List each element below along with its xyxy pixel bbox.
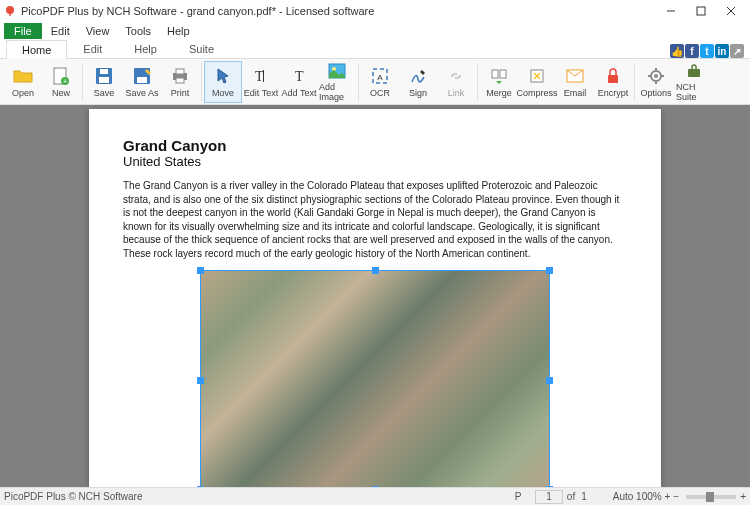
link-button[interactable]: Link (437, 61, 475, 103)
add-text-icon: T (289, 66, 309, 86)
link-icon (446, 66, 466, 86)
resize-handle-ne[interactable] (546, 267, 553, 274)
suite-icon (684, 62, 704, 80)
share-icon[interactable]: ↗ (730, 44, 744, 58)
resize-handle-se[interactable] (546, 486, 553, 487)
compress-icon (527, 66, 547, 86)
menu-bar: File Edit View Tools Help (0, 22, 750, 40)
edit-text-icon: T (251, 66, 271, 86)
svg-rect-11 (100, 69, 108, 74)
status-company: PicoPDF Plus © NCH Software (4, 491, 143, 502)
new-file-icon: + (51, 66, 71, 86)
svg-point-30 (654, 74, 658, 78)
app-icon (4, 5, 16, 17)
page-current[interactable]: 1 (535, 490, 563, 504)
save-button[interactable]: Save (85, 61, 123, 103)
file-tab[interactable]: File (4, 23, 42, 39)
svg-point-0 (6, 6, 14, 14)
document-title[interactable]: Grand Canyon (123, 137, 627, 154)
options-button[interactable]: Options (637, 61, 675, 103)
compress-button[interactable]: Compress (518, 61, 556, 103)
page-indicator: P (515, 491, 522, 502)
gear-icon (646, 66, 666, 86)
print-icon (170, 66, 190, 86)
saveas-icon (132, 66, 152, 86)
zoom-slider[interactable] (686, 495, 736, 499)
document-body[interactable]: The Grand Canyon is a river valley in th… (123, 179, 627, 260)
pdf-page[interactable]: Grand Canyon United States The Grand Can… (89, 109, 661, 487)
zoom-thumb[interactable] (706, 492, 714, 502)
svg-text:T: T (295, 69, 304, 84)
tab-help[interactable]: Help (118, 39, 173, 58)
title-bar: PicoPDF Plus by NCH Software - grand can… (0, 0, 750, 22)
svg-text:A: A (377, 73, 383, 82)
facebook-icon[interactable]: f (685, 44, 699, 58)
tab-home[interactable]: Home (6, 40, 67, 59)
svg-text:T: T (255, 69, 264, 84)
edittext-button[interactable]: TEdit Text (242, 61, 280, 103)
sign-button[interactable]: Sign (399, 61, 437, 103)
close-button[interactable] (716, 1, 746, 21)
folder-open-icon (13, 66, 33, 86)
resize-handle-n[interactable] (372, 267, 379, 274)
social-icons: 👍 f t in ↗ (670, 44, 744, 58)
addimage-button[interactable]: Add Image (318, 61, 356, 103)
print-button[interactable]: Print (161, 61, 199, 103)
nchsuite-button[interactable]: NCH Suite (675, 61, 713, 103)
zoom-minus[interactable]: − (673, 491, 679, 502)
ribbon-toolbar: Open +New Save Save As Print Move TEdit … (0, 59, 750, 105)
twitter-icon[interactable]: t (700, 44, 714, 58)
menu-tools[interactable]: Tools (118, 23, 158, 39)
tab-suite[interactable]: Suite (173, 39, 230, 58)
workspace[interactable]: Grand Canyon United States The Grand Can… (0, 105, 750, 487)
svg-rect-24 (492, 70, 498, 78)
add-image-icon (327, 62, 347, 80)
page-total: 1 (581, 491, 587, 502)
email-button[interactable]: Email (556, 61, 594, 103)
zoom-label[interactable]: Auto 100% + (613, 491, 671, 502)
resize-handle-w[interactable] (197, 377, 204, 384)
ribbon-tabs: Home Edit Help Suite 👍 f t in ↗ (0, 40, 750, 59)
open-button[interactable]: Open (4, 61, 42, 103)
resize-handle-sw[interactable] (197, 486, 204, 487)
resize-handle-s[interactable] (372, 486, 379, 487)
addtext-button[interactable]: TAdd Text (280, 61, 318, 103)
cursor-icon (213, 66, 233, 86)
svg-rect-1 (9, 13, 10, 16)
svg-rect-13 (137, 77, 147, 83)
selected-image[interactable] (200, 270, 550, 487)
svg-rect-16 (176, 78, 184, 83)
menu-view[interactable]: View (79, 23, 117, 39)
svg-rect-25 (500, 70, 506, 78)
encrypt-button[interactable]: Encrypt (594, 61, 632, 103)
saveas-button[interactable]: Save As (123, 61, 161, 103)
svg-rect-10 (99, 77, 109, 83)
resize-handle-nw[interactable] (197, 267, 204, 274)
svg-rect-35 (688, 69, 700, 77)
minimize-button[interactable] (656, 1, 686, 21)
page-sep: of (567, 491, 575, 502)
merge-button[interactable]: Merge (480, 61, 518, 103)
tab-edit[interactable]: Edit (67, 39, 118, 58)
menu-edit[interactable]: Edit (44, 23, 77, 39)
linkedin-icon[interactable]: in (715, 44, 729, 58)
save-icon (94, 66, 114, 86)
svg-rect-15 (176, 69, 184, 74)
svg-text:+: + (63, 78, 67, 85)
resize-handle-e[interactable] (546, 377, 553, 384)
document-subtitle[interactable]: United States (123, 154, 627, 169)
maximize-button[interactable] (686, 1, 716, 21)
email-icon (565, 66, 585, 86)
like-icon[interactable]: 👍 (670, 44, 684, 58)
zoom-plus[interactable]: + (740, 491, 746, 502)
window-title: PicoPDF Plus by NCH Software - grand can… (21, 5, 656, 17)
status-bar: PicoPDF Plus © NCH Software P 1 of 1 Aut… (0, 487, 750, 505)
svg-rect-18 (263, 70, 264, 82)
merge-icon (489, 66, 509, 86)
ocr-icon: A (370, 66, 390, 86)
menu-help[interactable]: Help (160, 23, 197, 39)
move-button[interactable]: Move (204, 61, 242, 103)
ocr-button[interactable]: AOCR (361, 61, 399, 103)
svg-rect-28 (608, 75, 618, 83)
new-button[interactable]: +New (42, 61, 80, 103)
